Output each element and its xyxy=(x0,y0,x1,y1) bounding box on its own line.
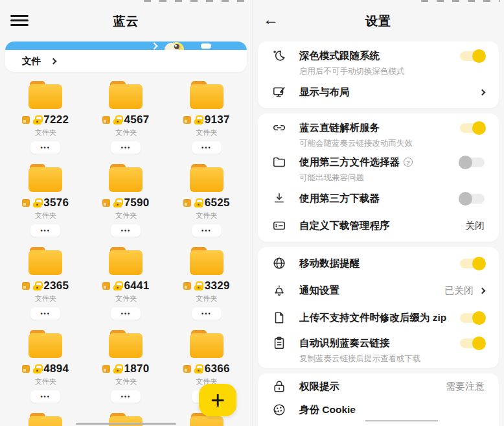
lock-badge-icon xyxy=(194,281,203,290)
link-icon xyxy=(272,121,286,135)
folder-name: 2365 xyxy=(43,279,69,292)
folder-icon xyxy=(190,330,223,359)
file-manager-screen: 蓝云 文件 7222 文件夹 ••• xyxy=(0,0,252,426)
folder-more-button[interactable]: ••• xyxy=(111,224,141,237)
file-badge-icon xyxy=(102,365,110,373)
direct-link-toggle[interactable] xyxy=(460,123,485,133)
folder-icon xyxy=(109,330,143,359)
bell-icon xyxy=(272,283,286,298)
row-file-picker[interactable]: 使用第三方文件选择器 ? 可能出现兼容问题 xyxy=(258,150,499,185)
folder-item[interactable]: 6441 文件夹 ••• xyxy=(102,247,149,330)
file-picker-toggle[interactable] xyxy=(460,158,485,167)
folder-more-button[interactable]: ••• xyxy=(111,390,141,403)
setting-subtitle: 可能会随蓝奏云链接改动而失效 xyxy=(299,138,485,148)
folder-more-button[interactable]: ••• xyxy=(111,307,141,320)
mobile-data-toggle[interactable] xyxy=(460,259,485,268)
folder-type-label: 文件夹 xyxy=(196,294,217,303)
folder-item[interactable]: 3576 文件夹 ••• xyxy=(22,164,69,247)
file-badge-icon xyxy=(183,282,191,290)
folder-name: 7590 xyxy=(124,196,149,209)
setting-label: 自定义下载管理程序 xyxy=(299,219,465,233)
setting-value: 关闭 xyxy=(465,220,485,232)
display-layout-icon xyxy=(272,85,286,99)
help-icon[interactable]: ? xyxy=(404,158,413,167)
moon-icon xyxy=(272,49,286,63)
folder-name: 3329 xyxy=(205,279,230,292)
folder-more-button[interactable]: ••• xyxy=(30,390,60,403)
downloader-toggle[interactable] xyxy=(460,194,485,204)
row-download-manager[interactable]: 自定义下载管理程序 关闭 xyxy=(258,212,499,239)
row-zip-rename[interactable]: 上传不支持文件时修改后缀为 zip xyxy=(258,304,499,331)
file-badge-icon xyxy=(183,116,191,124)
folder-icon xyxy=(109,81,143,110)
folder-icon xyxy=(29,247,62,276)
folder-item[interactable]: 3329 文件夹 ••• xyxy=(183,247,230,330)
breadcrumb[interactable]: 文件 xyxy=(5,50,247,72)
folder-name: 6525 xyxy=(205,196,230,209)
file-badge-icon xyxy=(22,199,30,207)
breadcrumb-label: 文件 xyxy=(22,55,41,67)
setting-label: 深色模式跟随系统 xyxy=(299,49,460,63)
zip-rename-toggle[interactable] xyxy=(460,313,485,323)
folder-name: 6441 xyxy=(124,279,149,292)
folder-more-button[interactable]: ••• xyxy=(192,307,222,320)
row-notifications[interactable]: 通知设置 已关闭 xyxy=(258,277,499,304)
row-identity-cookie[interactable]: 身份 Cookie xyxy=(258,398,499,421)
download-manager-icon xyxy=(272,219,286,233)
folder-name: 1870 xyxy=(124,362,149,375)
folder-icon xyxy=(190,81,223,110)
folder-item[interactable]: 4567 文件夹 ••• xyxy=(102,81,149,164)
row-anonymous-stats[interactable]: 匿名数据统计服务 ? xyxy=(258,421,499,426)
lock-badge-icon xyxy=(33,364,41,373)
folder-type-label: 文件夹 xyxy=(35,377,56,386)
folder-type-label: 文件夹 xyxy=(115,211,137,220)
lock-badge-icon xyxy=(194,115,203,124)
lock-badge-icon xyxy=(194,364,203,373)
folder-name: 6366 xyxy=(205,362,230,375)
add-button[interactable]: + xyxy=(199,384,236,416)
setting-label: 蓝云直链解析服务 xyxy=(299,121,460,135)
file-badge-icon xyxy=(102,282,110,290)
setting-value: 已关闭 xyxy=(444,285,474,297)
row-mobile-data[interactable]: 移动数据提醒 xyxy=(258,250,499,277)
row-third-party-downloader[interactable]: 使用第三方下载器 xyxy=(258,185,499,212)
row-display-layout[interactable]: 显示与布局 xyxy=(258,78,499,106)
row-auto-detect-link[interactable]: 自动识别蓝奏云链接 复制蓝奏云链接后提示查看或下载 xyxy=(258,331,499,366)
folder-more-button[interactable]: ••• xyxy=(192,141,222,154)
row-direct-link[interactable]: 蓝云直链解析服务 可能会随蓝奏云链接改动而失效 xyxy=(258,116,499,150)
setting-value: 需要注意 xyxy=(446,381,485,393)
auto-detect-toggle[interactable] xyxy=(460,338,485,348)
settings-screen: ← 设置 深色模式跟随系统 启用后不可手动切换深色模式 显示与布局 xyxy=(252,0,504,426)
setting-label: 移动数据提醒 xyxy=(299,257,460,270)
folder-outline-icon xyxy=(272,155,286,169)
cookie-icon xyxy=(272,403,286,417)
folder-more-button[interactable]: ••• xyxy=(30,141,60,154)
folder-name: 4567 xyxy=(124,113,149,126)
folder-item[interactable]: 4894 文件夹 ••• xyxy=(22,330,69,413)
lock-badge-icon xyxy=(113,198,122,207)
file-badge-icon xyxy=(102,116,110,124)
folder-item[interactable]: 7222 文件夹 ••• xyxy=(22,81,69,164)
folder-more-button[interactable]: ••• xyxy=(192,224,222,237)
file-badge-icon xyxy=(102,199,110,207)
folder-icon xyxy=(190,164,223,193)
file-icon xyxy=(272,311,286,325)
folder-item[interactable]: 7590 文件夹 ••• xyxy=(102,164,149,247)
folder-item[interactable]: 1870 文件夹 ••• xyxy=(102,330,149,413)
setting-label: 使用第三方文件选择器 xyxy=(299,156,400,169)
folder-item[interactable]: 9137 文件夹 ••• xyxy=(183,81,230,164)
row-permission-notice[interactable]: 权限提示 需要注意 xyxy=(258,375,499,398)
folder-item[interactable]: 2365 文件夹 ••• xyxy=(22,247,69,330)
folder-item[interactable] xyxy=(29,413,62,426)
folder-item[interactable]: 6525 文件夹 ••• xyxy=(183,164,230,247)
folder-more-button[interactable]: ••• xyxy=(30,307,60,320)
globe-icon xyxy=(272,256,286,270)
setting-label: 身份 Cookie xyxy=(299,403,485,417)
folder-more-button[interactable]: ••• xyxy=(30,224,60,237)
settings-card-services: 蓝云直链解析服务 可能会随蓝奏云链接改动而失效 使用第三方文件选择器 ? 可能出… xyxy=(258,113,499,242)
breadcrumb-card[interactable]: 文件 xyxy=(5,41,247,72)
home-indicator xyxy=(76,423,176,425)
folder-more-button[interactable]: ••• xyxy=(111,141,141,154)
dark-mode-toggle[interactable] xyxy=(460,51,485,61)
row-dark-mode[interactable]: 深色模式跟随系统 启用后不可手动切换深色模式 xyxy=(258,44,499,78)
